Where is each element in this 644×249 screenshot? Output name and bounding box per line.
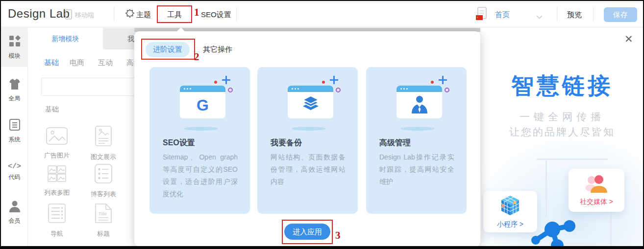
module-item-label: 博客列表 — [91, 190, 116, 199]
annotation-number-3: 3 — [335, 229, 341, 242]
card-description: Sitemap、Open graph等高度可自定义的SEO设置，适合进阶用户深度… — [163, 151, 238, 200]
tab-other-operations[interactable]: 其它操作 — [203, 45, 232, 54]
divider — [236, 7, 237, 22]
module-item-label: 列表多图 — [44, 188, 70, 197]
tools-modal: 进阶设置 2 其它操作 G SEO设置 Sitemap、Open graph等高… — [134, 31, 480, 247]
molecule-network-icon — [528, 219, 589, 247]
annotation-number-1: 1 — [194, 6, 199, 19]
decor-plus-icon — [330, 76, 338, 84]
browser-window-illustration — [396, 86, 442, 118]
decor-purple-ring — [336, 88, 341, 92]
close-icon[interactable]: ✕ — [624, 34, 633, 44]
section-title-basic: 基础 — [45, 105, 59, 114]
social-media-card[interactable]: 社交媒体 > — [569, 169, 624, 212]
decor-plus-icon — [222, 76, 230, 84]
card-advanced-management[interactable]: 高级管理 Design Lab操作记录实时跟踪，提高网站安全维护 — [366, 67, 467, 214]
module-item-label: 标题 — [97, 229, 110, 238]
sidebar-item-member[interactable]: 会员 — [1, 193, 28, 232]
title-page-icon: Title — [95, 204, 112, 225]
decor-purple-ring — [228, 88, 233, 92]
sidebar-item-label: 会员 — [9, 217, 21, 225]
image-text-icon — [95, 126, 112, 148]
promo-panel: ✕ 智慧链接 一键全网传播 让您的品牌人尽皆知 小程序 > 社交媒体 > — [481, 28, 643, 247]
sidebar-item-label: 代码 — [9, 173, 21, 181]
module-item-blog-list[interactable]: 博客列表 — [84, 164, 123, 199]
decor-line — [537, 158, 608, 160]
navigation-icon — [48, 204, 66, 225]
annotation-box-3 — [282, 220, 333, 244]
page-selector[interactable]: 首页 — [495, 10, 510, 20]
annotation-box-2 — [141, 39, 195, 60]
google-g-icon: G — [197, 96, 209, 114]
divider — [114, 7, 114, 22]
multi-image-list-icon — [48, 165, 66, 184]
ad-image-icon — [46, 127, 68, 147]
code-icon: </> — [8, 162, 21, 171]
menu-item-seo[interactable]: SEO设置 — [201, 10, 231, 20]
preview-button[interactable]: 预览 — [567, 10, 582, 20]
card-title: SEO设置 — [163, 138, 195, 148]
system-doc-icon — [9, 118, 21, 133]
divider — [593, 7, 594, 22]
blog-list-icon — [95, 164, 112, 185]
modal-arrow-notch — [176, 27, 185, 32]
decor-line — [545, 158, 547, 217]
sidebar-item-code[interactable]: </> 代码 — [1, 152, 28, 191]
module-item-label: 图文展示 — [91, 153, 116, 161]
mini-program-link[interactable]: 小程序 > — [497, 220, 523, 229]
member-icon — [8, 200, 21, 214]
save-button[interactable]: 保存 — [604, 7, 637, 22]
decor-red-dot — [322, 81, 325, 84]
title-icon-text: Title — [99, 211, 107, 216]
decor-purple-ring — [445, 88, 449, 92]
menu-item-theme[interactable]: 主题 — [136, 10, 151, 20]
category-ecommerce[interactable]: 电商 — [70, 58, 84, 68]
decor-shadow-ellipse — [184, 127, 218, 131]
module-item-image-text[interactable]: 图文展示 — [84, 126, 123, 161]
browser-titlebar — [288, 86, 333, 92]
cube-icon — [499, 195, 521, 218]
promo-subtitle-line1: 一键全网传播 — [481, 110, 643, 124]
social-media-link[interactable]: 社交媒体 > — [580, 198, 613, 206]
module-item-ad-image[interactable]: 广告图片 — [37, 127, 76, 160]
sidebar-item-label: 系统 — [9, 136, 21, 144]
left-sidebar: 模块 全局 系统 </> 代码 会员 — [1, 28, 28, 247]
layers-icon — [300, 95, 321, 115]
social-people-icon — [584, 174, 609, 196]
mobile-phone-icon — [65, 9, 72, 22]
module-item-title[interactable]: Title 标题 — [84, 204, 123, 238]
browser-window-illustration: G — [180, 86, 225, 118]
card-description: 网站结构、页面数据备份管理，高效运维网站内容 — [271, 151, 346, 188]
module-item-multi-image-list[interactable]: 列表多图 — [37, 165, 76, 197]
module-item-label: 导航 — [50, 229, 63, 238]
tshirt-icon — [8, 78, 21, 92]
sidebar-item-modules[interactable]: 模块 — [1, 28, 28, 67]
modules-grid-icon — [8, 35, 21, 49]
browser-window-illustration — [288, 86, 333, 118]
decor-shadow-ellipse — [400, 127, 435, 131]
card-backup[interactable]: 我要备份 网站结构、页面数据备份管理，高效运维网站内容 — [257, 67, 358, 214]
decor-plus-icon — [439, 76, 447, 84]
top-bar: Design Lab 移动端 主题 工具 1 SEO设置 首页 预览 保存 — [1, 1, 643, 27]
card-title: 我要备份 — [271, 138, 302, 148]
sidebar-item-label: 全局 — [9, 94, 21, 103]
promo-title: 智慧链接 — [481, 71, 643, 101]
chevron-down-icon[interactable] — [536, 12, 543, 21]
category-basic[interactable]: 基础 — [44, 58, 59, 68]
card-title: 高级管理 — [379, 138, 411, 148]
card-seo-settings[interactable]: G SEO设置 Sitemap、Open graph等高度可自定义的SEO设置，… — [149, 67, 250, 214]
sidebar-item-label: 模块 — [9, 52, 21, 60]
annotation-number-2: 2 — [194, 51, 199, 63]
annotation-box-1 — [157, 5, 192, 23]
page-document-flag-icon — [475, 7, 488, 24]
tab-new-module[interactable]: 新增模块 — [28, 28, 103, 49]
theme-badge-icon — [124, 9, 135, 21]
category-interactive[interactable]: 互动 — [98, 58, 113, 68]
module-panel: 新增模块 我的模块 基础 电商 互动 高级 基础 广告图片 图文展示 列表多图 — [28, 28, 138, 247]
module-item-navigation[interactable]: 导航 — [37, 204, 76, 238]
person-suit-icon — [410, 95, 429, 115]
sidebar-item-system[interactable]: 系统 — [1, 112, 28, 151]
mobile-mode-label[interactable]: 移动端 — [75, 11, 94, 20]
decor-shadow-ellipse — [292, 127, 326, 131]
sidebar-item-global[interactable]: 全局 — [1, 71, 28, 110]
